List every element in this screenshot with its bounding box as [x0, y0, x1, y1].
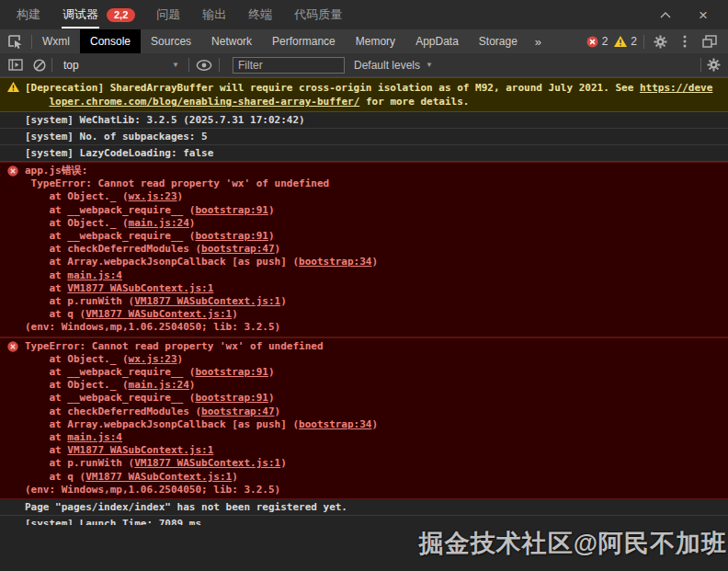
window-tab-6[interactable]: 代码质量: [283, 0, 353, 29]
console-line: (env: Windows,mp,1.06.2504050; lib: 3.2.…: [25, 321, 719, 334]
console-line: [Deprecation] SharedArrayBuffer will req…: [25, 81, 719, 95]
source-link[interactable]: main.js:4: [67, 269, 122, 281]
source-link[interactable]: VM1877 WASubContext.js:1: [67, 282, 213, 294]
console-message-error: TypeError: Cannot read property 'wx' of …: [0, 337, 728, 499]
source-link[interactable]: bootstrap:47: [201, 243, 274, 255]
console-message-warning: [Deprecation] SharedArrayBuffer will req…: [0, 77, 728, 112]
more-tabs-icon[interactable]: »: [528, 29, 549, 53]
console-text: at __webpack_require__ (: [25, 392, 195, 404]
console-line: [system] WeChatLib: 3.2.5 (2025.7.31 17:…: [25, 114, 719, 127]
live-expression-eye-icon[interactable]: [195, 56, 213, 74]
console-text: at __webpack_require__ (: [25, 230, 195, 242]
console-text: at __webpack_require__ (: [25, 366, 195, 378]
console-line: Page "pages/index/index" has not been re…: [25, 501, 719, 514]
chevron-down-icon: ▼: [426, 61, 433, 69]
console-text: ): [275, 405, 281, 417]
source-link[interactable]: bootstrap:47: [201, 405, 274, 417]
console-line: app.js错误:: [25, 165, 719, 177]
source-link[interactable]: bootstrap:34: [299, 418, 371, 430]
inspect-element-icon[interactable]: [0, 29, 31, 53]
console-message-log: Page "pages/index/index" has not been re…: [0, 499, 728, 516]
console-line: TypeError: Cannot read property 'wx' of …: [25, 177, 719, 190]
console-line: at p.runWith (VM1877 WASubContext.js:1): [25, 295, 719, 308]
console-text: Page "pages/index/index" has not been re…: [25, 501, 347, 513]
context-selector[interactable]: top ▼: [52, 59, 188, 72]
console-line: [system] Launch Time: 7089 ms: [25, 518, 719, 525]
console-message-system: [system] WeChatLib: 3.2.5 (2025.7.31 17:…: [0, 112, 728, 129]
log-levels-selector[interactable]: Default levels ▼: [345, 59, 442, 72]
source-link[interactable]: loper.chrome.com/blog/enabling-shared-ar…: [50, 96, 360, 108]
console-text: ): [177, 190, 184, 202]
source-link[interactable]: VM1877 WASubContext.js:1: [134, 295, 280, 307]
source-link[interactable]: bootstrap:91: [195, 392, 267, 404]
console-line: at __webpack_require__ (bootstrap:91): [25, 366, 719, 379]
divider: [219, 58, 220, 72]
source-link[interactable]: main.js:4: [67, 431, 122, 443]
close-icon[interactable]: ×: [699, 7, 708, 23]
source-link[interactable]: VM1877 WASubContext.js:1: [134, 457, 280, 469]
devtools-tabs: WxmlConsoleSourcesNetworkPerformanceMemo…: [32, 29, 528, 53]
console-line: at main.js:4: [25, 269, 719, 282]
source-link[interactable]: bootstrap:91: [195, 366, 267, 378]
console-text: ): [372, 418, 379, 430]
error-count-badge[interactable]: 2: [586, 35, 609, 48]
window-tab-1[interactable]: 构建: [6, 0, 51, 29]
console-text: ): [275, 243, 281, 255]
tab-performance[interactable]: Performance: [262, 29, 346, 53]
source-link[interactable]: wx.js:23: [129, 353, 177, 365]
tab-appdata[interactable]: AppData: [405, 29, 469, 53]
console-line: at __webpack_require__ (bootstrap:91): [25, 204, 719, 217]
tab-network[interactable]: Network: [201, 29, 262, 53]
console-text: ): [177, 353, 184, 365]
source-link[interactable]: wx.js:23: [129, 190, 177, 202]
source-link[interactable]: main.js:24: [129, 217, 189, 229]
source-link[interactable]: VM1877 WASubContext.js:1: [85, 471, 232, 483]
tab-wxml[interactable]: Wxml: [32, 29, 80, 53]
console-text: for more details.: [359, 96, 469, 108]
window-tab-4[interactable]: 输出: [191, 0, 237, 29]
console-text: app.js错误:: [25, 165, 87, 177]
source-link[interactable]: bootstrap:91: [195, 230, 267, 242]
tab-sources[interactable]: Sources: [141, 29, 201, 53]
window-tab-5[interactable]: 终端: [237, 0, 283, 29]
console-line: (env: Windows,mp,1.06.2504050; lib: 3.2.…: [25, 484, 719, 497]
tab-console[interactable]: Console: [80, 29, 141, 53]
tab-storage[interactable]: Storage: [469, 29, 528, 53]
console-line: at q (VM1877 WASubContext.js:1): [25, 471, 719, 484]
console-line: at VM1877 WASubContext.js:1: [25, 282, 719, 295]
source-link[interactable]: VM1877 WASubContext.js:1: [85, 308, 232, 320]
console-text: at q (: [25, 471, 85, 483]
console-text: ): [268, 204, 275, 216]
source-link[interactable]: VM1877 WASubContext.js:1: [67, 444, 213, 456]
window-tab-3[interactable]: 问题: [145, 0, 191, 29]
dock-side-icon[interactable]: [700, 32, 719, 51]
window-tab-label: 问题: [155, 1, 181, 29]
source-link[interactable]: bootstrap:34: [299, 256, 371, 268]
source-link[interactable]: main.js:24: [129, 379, 189, 391]
console-text: TypeError: Cannot read property 'wx' of …: [25, 340, 324, 352]
console-text: at Object._ (: [25, 217, 129, 229]
error-icon: [7, 341, 18, 356]
console-text: at p.runWith (: [25, 295, 134, 307]
console-text: ): [268, 230, 275, 242]
console-sidebar-toggle-icon[interactable]: [6, 56, 25, 74]
log-levels-value: Default levels: [354, 59, 420, 72]
console-settings-gear-icon[interactable]: [704, 56, 722, 74]
console-text: ): [268, 392, 275, 404]
source-link[interactable]: https://deve: [640, 82, 712, 94]
tab-memory[interactable]: Memory: [346, 29, 405, 53]
clear-console-icon[interactable]: [30, 56, 49, 74]
collapse-icon[interactable]: [656, 6, 675, 24]
source-link[interactable]: bootstrap:91: [195, 204, 267, 216]
filter-input[interactable]: [233, 57, 345, 74]
chevron-down-icon: ▼: [172, 61, 179, 69]
window-tab-2[interactable]: 调试器2,2: [51, 0, 145, 29]
console-text: (env: Windows,mp,1.06.2504050; lib: 3.2.…: [25, 321, 280, 333]
console-text: ): [268, 366, 275, 378]
console-text: [system] WeChatLib: 3.2.5 (2025.7.31 17:…: [25, 114, 305, 126]
warning-count-badge[interactable]: 2: [614, 35, 637, 48]
settings-gear-icon[interactable]: [651, 32, 669, 51]
console-text: [system] LazyCodeLoading: false: [25, 147, 213, 159]
console-text: ): [189, 217, 196, 229]
kebab-menu-icon[interactable]: [676, 32, 694, 51]
